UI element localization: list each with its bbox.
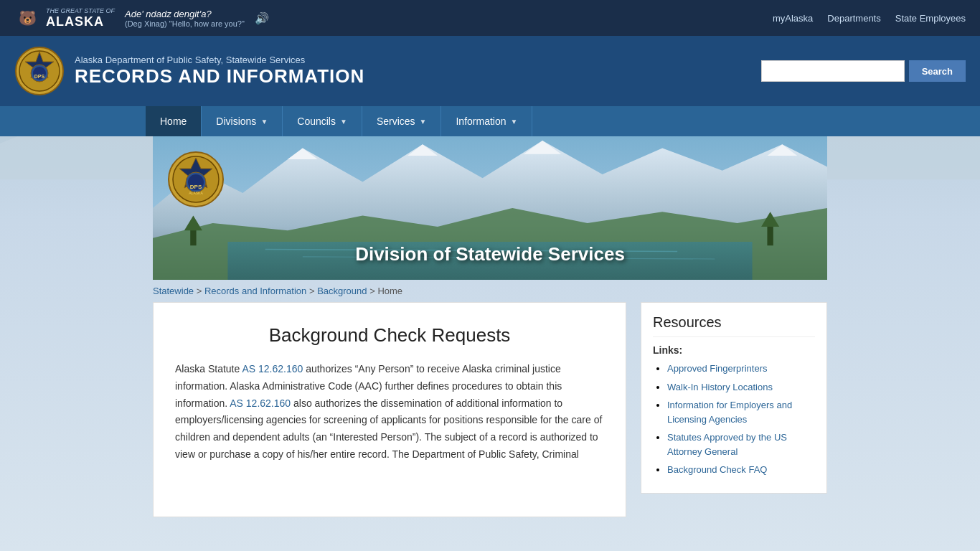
links-label: Links:: [653, 344, 815, 356]
breadcrumb-sep1: >: [197, 286, 204, 296]
list-item: Statutes Approved by the US Attorney Gen…: [667, 430, 815, 458]
nav-information-arrow: ▼: [511, 118, 518, 126]
list-item: Background Check FAQ: [667, 463, 815, 477]
search-area: Search: [761, 60, 966, 82]
link-statutes-approved[interactable]: Statutes Approved by the US Attorney Gen…: [667, 432, 787, 457]
resources-links: Approved Fingerprinters Walk-In History …: [653, 362, 815, 477]
header-title-block: Alaska Department of Public Safety, Stat…: [75, 55, 364, 88]
hero-banner: DPS ALASKA Division of Statewide Service…: [153, 136, 827, 280]
nav-information-label: Information: [456, 116, 506, 127]
alaska-translation-text: (Deg Xinag) "Hello, how are you?": [125, 19, 245, 28]
alaska-brand: THE GREAT STATE OF ALASKA: [46, 7, 115, 29]
nav-home-label: Home: [160, 116, 187, 127]
breadcrumb: Statewide > Records and Information > Ba…: [153, 280, 827, 302]
alaska-title-text: ALASKA: [46, 14, 104, 29]
statute-link-1[interactable]: AS 12.62.160: [242, 363, 303, 375]
svg-text:🐻: 🐻: [19, 9, 37, 27]
myalaska-link[interactable]: myAlaska: [773, 13, 813, 24]
nav-services[interactable]: Services ▼: [362, 106, 442, 136]
alaska-logo-area: 🐻 THE GREAT STATE OF ALASKA: [14, 5, 115, 31]
top-bar-right: myAlaska Departments State Employees: [773, 13, 966, 24]
link-background-faq[interactable]: Background Check FAQ: [667, 464, 767, 475]
nav-information[interactable]: Information ▼: [441, 106, 532, 136]
link-info-employers[interactable]: Information for Employers and Licensing …: [667, 400, 792, 425]
search-button[interactable]: Search: [909, 60, 966, 82]
svg-text:DPS: DPS: [34, 74, 45, 79]
main-content: Background Check Requests Alaska Statute…: [153, 302, 626, 517]
breadcrumb-records[interactable]: Records and Information: [204, 286, 306, 296]
badge-icon: DPS: [14, 46, 65, 96]
departments-link[interactable]: Departments: [827, 13, 880, 24]
hero-badge-overlay: DPS ALASKA: [167, 151, 225, 208]
nav-divisions-label: Divisions: [216, 116, 256, 127]
nav-divisions-arrow: ▼: [260, 118, 268, 126]
content-area: Background Check Requests Alaska Statute…: [153, 302, 827, 517]
state-employees-link[interactable]: State Employees: [895, 13, 966, 24]
resources-box: Resources Links: Approved Fingerprinters…: [641, 302, 827, 494]
top-bar: 🐻 THE GREAT STATE OF ALASKA Ade' ndadz d…: [0, 0, 980, 36]
alaska-native-text: Ade' ndadz dengit'a?: [125, 9, 245, 19]
link-walkin-history[interactable]: Walk-In History Locations: [667, 382, 773, 392]
header-subtitle: Alaska Department of Public Safety, Stat…: [75, 55, 364, 65]
breadcrumb-statewide[interactable]: Statewide: [153, 286, 194, 296]
top-bar-left: 🐻 THE GREAT STATE OF ALASKA Ade' ndadz d…: [14, 5, 269, 31]
nav-divisions[interactable]: Divisions ▼: [202, 106, 283, 136]
body-intro: Alaska Statute: [175, 363, 242, 375]
breadcrumb-home: Home: [377, 286, 402, 296]
nav-services-arrow: ▼: [420, 118, 427, 126]
statute-link-2[interactable]: AS 12.62.160: [230, 397, 291, 409]
alaska-bear-icon: 🐻: [14, 5, 40, 31]
nav-home[interactable]: Home: [146, 106, 202, 136]
nav-services-label: Services: [377, 116, 415, 127]
nav-councils[interactable]: Councils ▼: [283, 106, 362, 136]
breadcrumb-sep2: >: [309, 286, 317, 296]
header-left: DPS Alaska Department of Public Safety, …: [14, 46, 364, 96]
search-input[interactable]: [761, 60, 905, 82]
link-approved-fingerprinters[interactable]: Approved Fingerprinters: [667, 363, 767, 374]
site-header: DPS Alaska Department of Public Safety, …: [0, 36, 980, 106]
page-wrapper: DPS ALASKA Division of Statewide Service…: [146, 136, 834, 539]
breadcrumb-background[interactable]: Background: [317, 286, 367, 296]
great-state-label: THE GREAT STATE OF: [46, 7, 115, 14]
page-heading: Background Check Requests: [175, 324, 604, 347]
sidebar: Resources Links: Approved Fingerprinters…: [641, 302, 827, 494]
main-nav: Home Divisions ▼ Councils ▼ Services ▼ I…: [0, 106, 980, 136]
nav-councils-label: Councils: [297, 116, 336, 127]
svg-text:ALASKA: ALASKA: [189, 191, 203, 195]
header-main-title: RECORDS AND INFORMATION: [75, 65, 364, 88]
nav-councils-arrow: ▼: [340, 118, 347, 126]
hero-text-overlay: Division of Statewide Services: [355, 243, 625, 265]
main-body-text: Alaska Statute AS 12.62.160 authorizes “…: [175, 361, 604, 463]
resources-heading: Resources: [653, 314, 815, 337]
list-item: Walk-In History Locations: [667, 380, 815, 395]
list-item: Approved Fingerprinters: [667, 362, 815, 376]
speaker-icon: 🔊: [255, 11, 269, 25]
alaska-subtitle-area: Ade' ndadz dengit'a? (Deg Xinag) "Hello,…: [125, 9, 245, 28]
breadcrumb-sep3: >: [369, 286, 377, 296]
svg-text:DPS: DPS: [190, 184, 202, 190]
list-item: Information for Employers and Licensing …: [667, 398, 815, 426]
